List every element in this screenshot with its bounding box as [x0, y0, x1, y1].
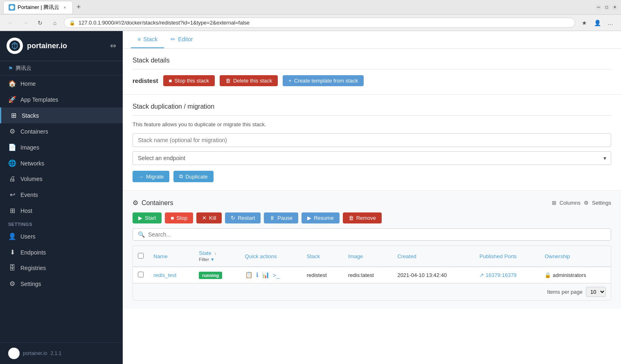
containers-right-actions: ⊞ Columns ⚙ Settings	[552, 200, 611, 206]
columns-button[interactable]: Columns	[560, 200, 580, 206]
delete-this-stack-button[interactable]: 🗑 Delete this stack	[220, 75, 278, 86]
sidebar-item-containers[interactable]: ⚙ Containers	[0, 123, 123, 139]
pause-button[interactable]: ⏸ Pause	[264, 212, 298, 223]
migrate-button[interactable]: → Migrate	[133, 171, 169, 182]
kill-button[interactable]: ✕ Kill	[196, 212, 222, 223]
table-row: redis_test running 📋 ℹ 📊	[133, 267, 611, 283]
forward-button[interactable]: →	[20, 17, 31, 29]
stacks-icon: ⊞	[9, 112, 18, 119]
select-all-checkbox[interactable]	[138, 253, 144, 259]
sidebar-item-users[interactable]: 👤 Users	[0, 228, 123, 244]
search-input[interactable]	[148, 231, 606, 238]
stop-this-stack-button[interactable]: ■ Stop this stack	[163, 75, 215, 86]
row-checkbox[interactable]	[138, 272, 144, 277]
host-icon: ⊞	[8, 207, 16, 214]
sidebar-item-networks[interactable]: 🌐 Networks	[0, 155, 123, 171]
stop-btn-label: Stop	[176, 215, 187, 221]
footer-logo-text: portainer.io	[23, 351, 47, 356]
extensions-button[interactable]: ★	[578, 17, 590, 29]
back-button[interactable]: ←	[5, 17, 16, 29]
row-ports-cell: ↗ 16379:16379	[475, 267, 540, 283]
sidebar-item-endpoints-label: Endpoints	[20, 249, 46, 256]
profile-button[interactable]: 👤	[592, 17, 603, 29]
sidebar-item-registries[interactable]: 🗄 Registries	[0, 260, 123, 276]
sidebar-item-settings[interactable]: ⚙ Settings	[0, 276, 123, 292]
migrate-icon: →	[138, 174, 144, 180]
sidebar-item-users-label: Users	[20, 233, 36, 240]
logs-icon[interactable]: 📋	[245, 271, 253, 279]
new-tab-button[interactable]: +	[73, 2, 84, 13]
tab-close-button[interactable]: ×	[62, 4, 68, 10]
home-button[interactable]: ⌂	[49, 17, 61, 29]
remove-button[interactable]: 🗑 Remove	[343, 212, 382, 223]
duplicate-label: Duplicate	[185, 174, 207, 180]
containers-table-container: Name State ↕ Filter ▼	[133, 246, 611, 301]
browser-tab[interactable]: Portainer | 腾讯云 ×	[3, 1, 73, 13]
per-page-select[interactable]: 10 25 50	[586, 287, 606, 297]
port-link[interactable]: ↗ 16379:16379	[479, 272, 535, 278]
items-per-page-label: Items per page	[547, 289, 583, 295]
maximize-button[interactable]: □	[604, 4, 610, 10]
sidebar-item-endpoints[interactable]: ⬇ Endpoints	[0, 244, 123, 260]
tab-favicon	[9, 4, 15, 11]
state-column-header[interactable]: State ↕ Filter ▼	[194, 246, 240, 267]
url-bar[interactable]: 🔒 127.0.0.1:9000/#!/2/docker/stacks/redi…	[64, 18, 575, 28]
start-button[interactable]: ▶ Start	[133, 212, 162, 223]
start-label: Start	[145, 215, 156, 221]
published-ports-column-header: Published Ports	[475, 246, 540, 267]
sidebar-item-images[interactable]: 📄 Images	[0, 139, 123, 155]
migration-title: Stack duplication / migration	[133, 103, 611, 110]
resume-icon: ▶	[307, 215, 311, 221]
stack-details-title: Stack details	[133, 57, 611, 64]
kill-icon: ✕	[202, 215, 207, 221]
tab-stack[interactable]: ≡ Stack	[131, 31, 164, 48]
sidebar-logo-text: portainer.io	[27, 42, 67, 50]
sidebar-item-app-templates[interactable]: 🚀 App Templates	[0, 92, 123, 107]
console-icon[interactable]: >_	[273, 272, 280, 279]
row-ownership-cell: 🔒 administrators	[540, 267, 611, 283]
address-bar: ← → ↻ ⌂ 🔒 127.0.0.1:9000/#!/2/docker/sta…	[0, 15, 621, 31]
create-template-button[interactable]: + Create template from stack	[283, 75, 364, 86]
refresh-button[interactable]: ↻	[34, 17, 46, 29]
stats-icon[interactable]: 📊	[262, 271, 270, 279]
registries-icon: 🗄	[8, 264, 16, 272]
menu-button[interactable]: …	[605, 17, 616, 29]
sidebar-item-stacks[interactable]: ⊞ Stacks	[0, 107, 123, 123]
ownership-column-header: Ownership	[540, 246, 611, 267]
users-icon: 👤	[8, 232, 16, 240]
duplicate-button[interactable]: ⧉ Duplicate	[173, 171, 213, 182]
endpoint-select[interactable]: Select an endpoint	[133, 151, 611, 165]
stack-column-header: Stack	[302, 246, 343, 267]
sidebar-item-registries-label: Registries	[20, 265, 46, 271]
containers-table: Name State ↕ Filter ▼	[133, 246, 611, 283]
tab-bar: Portainer | 腾讯云 × + ─ □ ×	[0, 0, 621, 15]
sidebar-item-volumes[interactable]: 🖨 Volumes	[0, 171, 123, 187]
home-icon: 🏠	[8, 80, 16, 87]
resume-button[interactable]: ▶ Resume	[302, 212, 339, 223]
minimize-button[interactable]: ─	[596, 4, 601, 10]
sidebar-item-app-templates-label: App Templates	[20, 96, 58, 103]
container-name-link[interactable]: redis_test	[153, 272, 189, 278]
sidebar-item-host[interactable]: ⊞ Host	[0, 203, 123, 219]
restart-button[interactable]: ↻ Restart	[225, 212, 261, 223]
tab-stack-icon: ≡	[137, 36, 141, 42]
start-icon: ▶	[138, 215, 142, 221]
sidebar-toggle-button[interactable]: ⇔	[110, 41, 116, 50]
stop-button[interactable]: ■ Stop	[165, 212, 193, 223]
status-badge: running	[199, 272, 222, 279]
inspect-icon[interactable]: ℹ	[256, 271, 259, 279]
stack-name-input[interactable]	[133, 133, 611, 147]
tab-editor[interactable]: ✏ Editor	[164, 31, 200, 48]
migration-section: Stack duplication / migration This featu…	[123, 95, 621, 191]
sidebar-logo: portainer.io ⇔	[0, 31, 123, 61]
sidebar-item-events[interactable]: ↩ Events	[0, 187, 123, 203]
name-column-header[interactable]: Name	[148, 246, 194, 267]
settings-button[interactable]: Settings	[592, 200, 611, 206]
stop-label: Stop this stack	[174, 78, 209, 84]
kill-label: Kill	[209, 215, 216, 221]
remove-icon: 🗑	[349, 215, 354, 221]
external-link-icon: ↗	[479, 272, 484, 278]
sidebar-item-home[interactable]: 🏠 Home	[0, 76, 123, 92]
state-sort-icon: ↕	[214, 251, 216, 256]
close-button[interactable]: ×	[612, 4, 618, 10]
